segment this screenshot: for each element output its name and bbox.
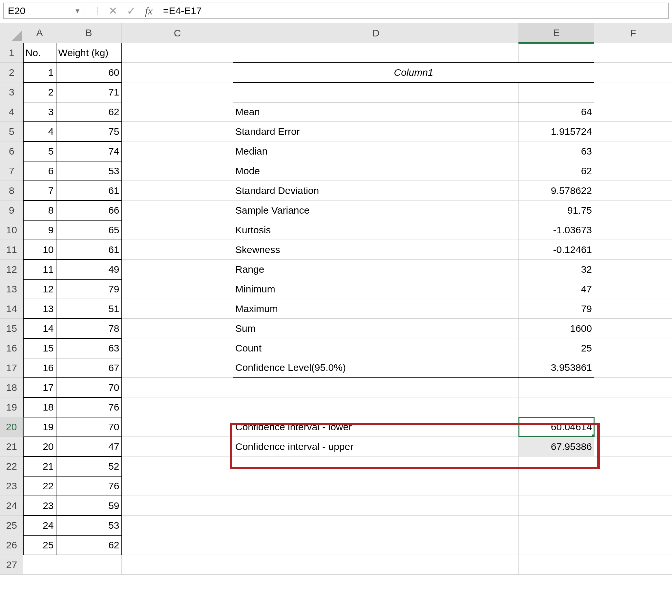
cell[interactable]: 66 bbox=[56, 201, 122, 220]
ci-lower-value[interactable]: 60.04614 bbox=[519, 417, 594, 437]
cell[interactable] bbox=[233, 476, 519, 496]
row-header[interactable]: 22 bbox=[0, 457, 23, 476]
cell[interactable]: 53 bbox=[56, 161, 122, 181]
cell[interactable] bbox=[594, 496, 672, 516]
cell[interactable] bbox=[122, 260, 233, 279]
cell[interactable] bbox=[594, 161, 672, 181]
cell[interactable] bbox=[122, 63, 233, 82]
stat-value[interactable]: 62 bbox=[519, 161, 594, 181]
cell[interactable]: 62 bbox=[56, 535, 122, 555]
cell[interactable]: 16 bbox=[23, 358, 56, 378]
cell[interactable] bbox=[594, 378, 672, 397]
row-header[interactable]: 14 bbox=[0, 299, 23, 319]
cell[interactable] bbox=[122, 102, 233, 122]
cell[interactable] bbox=[594, 555, 672, 575]
stat-label[interactable]: Confidence Level(95.0%) bbox=[233, 358, 519, 378]
cell[interactable] bbox=[122, 161, 233, 181]
cell[interactable] bbox=[594, 299, 672, 319]
row-header[interactable]: 10 bbox=[0, 220, 23, 240]
cell[interactable] bbox=[519, 378, 594, 397]
cell[interactable] bbox=[594, 63, 672, 82]
cell[interactable] bbox=[594, 141, 672, 161]
cell[interactable]: 7 bbox=[23, 181, 56, 201]
stat-label[interactable]: Mode bbox=[233, 161, 519, 181]
row-header[interactable]: 17 bbox=[0, 358, 23, 378]
cell[interactable]: 62 bbox=[56, 102, 122, 122]
cell[interactable]: 76 bbox=[56, 476, 122, 496]
stat-label[interactable]: Median bbox=[233, 141, 519, 161]
row-header[interactable]: 6 bbox=[0, 141, 23, 161]
cell[interactable] bbox=[122, 122, 233, 141]
cell[interactable] bbox=[122, 378, 233, 397]
cell[interactable] bbox=[122, 555, 233, 575]
cell[interactable] bbox=[594, 279, 672, 299]
cell[interactable] bbox=[594, 43, 672, 63]
cell[interactable]: 8 bbox=[23, 201, 56, 220]
cell[interactable]: 53 bbox=[56, 516, 122, 535]
stat-value[interactable]: 1600 bbox=[519, 319, 594, 338]
cell[interactable] bbox=[233, 496, 519, 516]
cell[interactable]: 65 bbox=[56, 220, 122, 240]
cell[interactable] bbox=[519, 496, 594, 516]
row-header[interactable]: 4 bbox=[0, 102, 23, 122]
cell[interactable]: 76 bbox=[56, 397, 122, 417]
row-header[interactable]: 13 bbox=[0, 279, 23, 299]
stat-value[interactable]: 47 bbox=[519, 279, 594, 299]
dropdown-icon[interactable]: ▼ bbox=[74, 7, 81, 15]
stat-label[interactable]: Maximum bbox=[233, 299, 519, 319]
cell[interactable] bbox=[122, 457, 233, 476]
cell[interactable] bbox=[122, 417, 233, 437]
cell[interactable]: 1 bbox=[23, 63, 56, 82]
cell[interactable]: 23 bbox=[23, 496, 56, 516]
cell[interactable]: 59 bbox=[56, 496, 122, 516]
cell[interactable]: 3 bbox=[23, 102, 56, 122]
cell[interactable]: 2 bbox=[23, 82, 56, 102]
row-header[interactable]: 15 bbox=[0, 319, 23, 338]
spreadsheet-grid[interactable]: A B C D E F 1 No. Weight (kg) 2 1 60 Col… bbox=[0, 23, 672, 575]
cell[interactable] bbox=[594, 102, 672, 122]
cell[interactable] bbox=[594, 201, 672, 220]
row-header[interactable]: 24 bbox=[0, 496, 23, 516]
cell[interactable] bbox=[594, 319, 672, 338]
cell[interactable] bbox=[233, 535, 519, 555]
row-header[interactable]: 25 bbox=[0, 516, 23, 535]
cell[interactable] bbox=[122, 279, 233, 299]
row-header[interactable]: 1 bbox=[0, 43, 23, 63]
cell[interactable]: 22 bbox=[23, 476, 56, 496]
row-header[interactable]: 9 bbox=[0, 201, 23, 220]
stat-label[interactable]: Sample Variance bbox=[233, 201, 519, 220]
cell[interactable]: 4 bbox=[23, 122, 56, 141]
cell[interactable]: 71 bbox=[56, 82, 122, 102]
cell[interactable]: 19 bbox=[23, 417, 56, 437]
cell[interactable] bbox=[122, 338, 233, 358]
row-header[interactable]: 21 bbox=[0, 437, 23, 457]
cancel-icon[interactable]: ✕ bbox=[109, 5, 117, 17]
formula-input[interactable]: =E4-E17 bbox=[157, 3, 669, 19]
cell[interactable] bbox=[122, 535, 233, 555]
cell[interactable]: 25 bbox=[23, 535, 56, 555]
cell[interactable] bbox=[594, 240, 672, 260]
cell[interactable] bbox=[594, 338, 672, 358]
cell[interactable] bbox=[594, 535, 672, 555]
cell[interactable] bbox=[122, 358, 233, 378]
cell[interactable]: 6 bbox=[23, 161, 56, 181]
select-all-corner[interactable] bbox=[0, 23, 23, 43]
cell[interactable] bbox=[122, 516, 233, 535]
stat-label[interactable]: Skewness bbox=[233, 240, 519, 260]
cell[interactable]: 17 bbox=[23, 378, 56, 397]
cell[interactable]: 67 bbox=[56, 358, 122, 378]
cell[interactable] bbox=[122, 240, 233, 260]
cell[interactable]: 63 bbox=[56, 338, 122, 358]
cell[interactable]: 75 bbox=[56, 122, 122, 141]
cell[interactable] bbox=[122, 201, 233, 220]
stat-label[interactable]: Standard Deviation bbox=[233, 181, 519, 201]
row-header[interactable]: 11 bbox=[0, 240, 23, 260]
cell[interactable]: 49 bbox=[56, 260, 122, 279]
cell[interactable]: 9 bbox=[23, 220, 56, 240]
cell[interactable] bbox=[519, 535, 594, 555]
stat-value[interactable]: 25 bbox=[519, 338, 594, 358]
stat-value[interactable]: -0.12461 bbox=[519, 240, 594, 260]
cell[interactable]: 61 bbox=[56, 240, 122, 260]
stat-label[interactable]: Standard Error bbox=[233, 122, 519, 141]
cell[interactable]: 11 bbox=[23, 260, 56, 279]
